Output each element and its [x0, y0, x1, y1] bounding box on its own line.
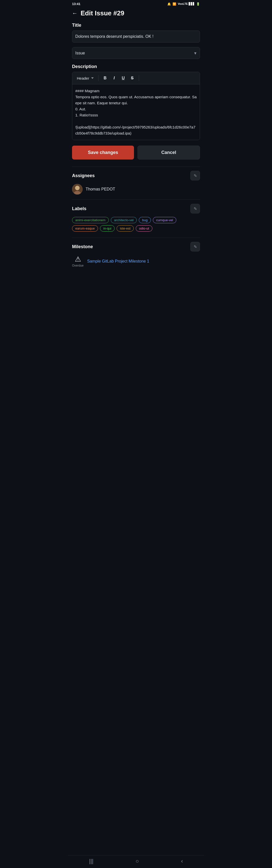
milestone-item: ⚠ Overdue Sample GitLab Project Mileston…	[72, 255, 200, 267]
toolbar-underline-button[interactable]: U	[119, 74, 127, 82]
editor-content-area[interactable]: #### Magnam Tempora optio eos. Quos quam…	[72, 84, 200, 140]
assignee-item: Thomas PEDOT	[72, 184, 200, 194]
main-content: Title Issue Bug Feature Task ▾ Descripti…	[68, 23, 204, 287]
divider-1	[72, 166, 200, 167]
toolbar-divider-2	[139, 75, 139, 81]
label-badge: in-qui	[100, 225, 114, 231]
milestone-header-row: Milestone ✎	[72, 242, 200, 251]
label-badge: earum-eaque	[72, 225, 98, 231]
label-badge: animi-exercitationem	[72, 217, 109, 223]
time-label: 13:41	[72, 2, 80, 6]
overdue-label: Overdue	[72, 264, 83, 267]
wifi-icon: 🛜	[172, 2, 176, 6]
toolbar-header-dropdown[interactable]: Header	[75, 75, 96, 82]
milestone-label: Milestone	[72, 244, 93, 249]
warning-icon: ⚠	[75, 255, 81, 263]
cancel-button[interactable]: Cancel	[137, 146, 200, 159]
assignees-edit-button[interactable]: ✎	[191, 171, 200, 180]
pencil-icon-milestone: ✎	[194, 244, 197, 249]
labels-section: Labels ✎ animi-exercitationem architecto…	[72, 204, 200, 231]
label-badge: odio-ut	[136, 225, 152, 231]
action-buttons: Save changes Cancel	[72, 146, 200, 159]
title-label: Title	[72, 23, 200, 28]
milestone-link[interactable]: Sample GitLab Project Milestone 1	[87, 259, 149, 264]
avatar	[72, 184, 82, 194]
divider-3	[72, 238, 200, 238]
alarm-icon: 🔔	[167, 2, 171, 6]
battery-icon: 🔋	[196, 2, 200, 6]
milestone-section: Milestone ✎ ⚠ Overdue Sample GitLab Proj…	[72, 242, 200, 267]
description-editor: Header B I U S #### Magnam Tempora optio…	[72, 72, 200, 140]
title-section: Title	[72, 23, 200, 47]
toolbar-dropdown-chevron-icon	[91, 78, 94, 79]
labels-container: animi-exercitationem architecto-vel bug …	[72, 217, 200, 231]
labels-label: Labels	[72, 206, 87, 211]
description-label: Description	[72, 64, 200, 69]
pencil-icon-labels: ✎	[194, 206, 197, 211]
pencil-icon: ✎	[194, 173, 197, 178]
divider-2	[72, 199, 200, 200]
labels-header-row: Labels ✎	[72, 204, 200, 213]
avatar-image	[72, 184, 82, 194]
status-bar: 13:41 🔔 🛜 VooLTE ▋▋▋ 🔋	[68, 0, 204, 7]
type-select[interactable]: Issue Bug Feature Task	[72, 47, 200, 59]
type-select-wrapper: Issue Bug Feature Task ▾	[72, 47, 200, 59]
save-changes-button[interactable]: Save changes	[72, 146, 134, 159]
editor-toolbar: Header B I U S	[72, 72, 200, 84]
back-button[interactable]: ←	[72, 10, 77, 17]
toolbar-bold-button[interactable]: B	[101, 74, 109, 82]
label-badge: cumque-vel	[153, 217, 176, 223]
milestone-status-box: ⚠ Overdue	[72, 255, 83, 267]
svg-point-1	[75, 186, 79, 190]
toolbar-header-label: Header	[77, 76, 89, 81]
title-input[interactable]	[72, 30, 200, 42]
labels-edit-button[interactable]: ✎	[191, 204, 200, 213]
milestone-edit-button[interactable]: ✎	[191, 242, 200, 251]
description-section: Description Header B I U S #### Magnam T…	[72, 64, 200, 140]
assignee-name: Thomas PEDOT	[86, 187, 115, 191]
signal-icon: VooLTE ▋▋▋	[178, 2, 195, 5]
page-header: ← Edit Issue #29	[68, 7, 204, 21]
toolbar-strike-button[interactable]: S	[128, 74, 136, 82]
label-badge: architecto-vel	[111, 217, 137, 223]
status-icons: 🔔 🛜 VooLTE ▋▋▋ 🔋	[167, 2, 200, 6]
assignees-section: Assignees ✎ Thomas PEDOT	[72, 171, 200, 194]
assignees-label: Assignees	[72, 173, 95, 178]
toolbar-divider-1	[98, 75, 99, 81]
page-title: Edit Issue #29	[80, 9, 124, 17]
label-badge: bug	[139, 217, 151, 223]
toolbar-italic-button[interactable]: I	[110, 74, 118, 82]
label-badge: iste-est	[116, 225, 134, 231]
assignees-header-row: Assignees ✎	[72, 171, 200, 180]
